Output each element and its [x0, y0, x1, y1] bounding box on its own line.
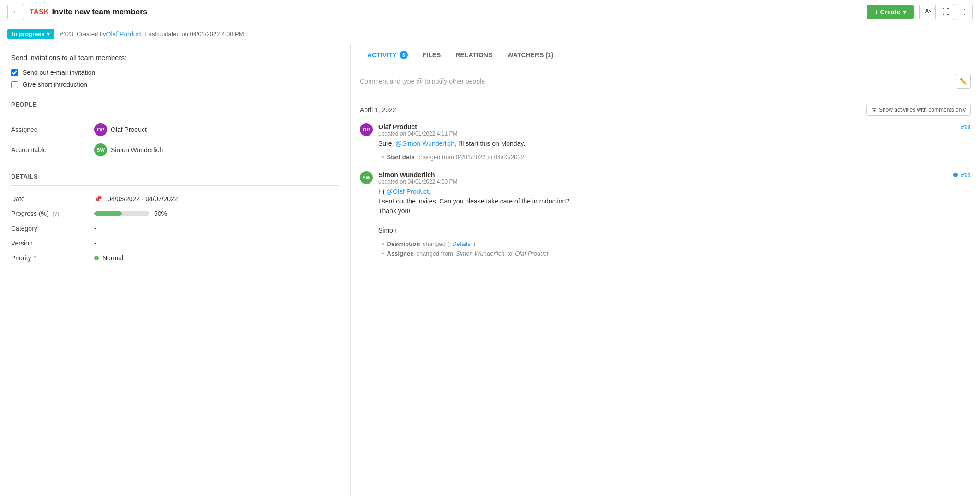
change-link-details[interactable]: Details	[452, 240, 471, 247]
version-label: Version	[11, 239, 94, 247]
activity-content-12: Olaf Product updated on 04/01/2022 4:11 …	[378, 123, 971, 162]
change-field-start-date: Start date	[387, 154, 415, 161]
top-header: ← TASK Invite new team members + Create …	[0, 0, 980, 24]
activity-time-12: updated on 04/01/2022 4:11 PM	[378, 131, 457, 137]
progress-text: 50%	[154, 210, 167, 217]
category-row: Category -	[11, 221, 339, 236]
change-field-description: Description	[387, 240, 420, 247]
date-value: 📌 04/03/2022 - 04/07/2022	[94, 195, 178, 203]
create-button[interactable]: + Create ▾	[867, 5, 914, 19]
change-from-assignee: Simon Wunderlich	[456, 250, 505, 257]
avatar-op-12: OP	[360, 123, 373, 136]
activity-changes-12: Start date changed from 04/01/2022 to 04…	[378, 152, 971, 162]
date-label: Date	[11, 195, 94, 203]
activity-message-12: Sure, @Simon Wunderlich, I'll start this…	[378, 139, 971, 149]
eye-button[interactable]: 👁	[919, 4, 936, 20]
progress-bar-bg	[94, 211, 149, 216]
back-button[interactable]: ←	[7, 4, 24, 20]
progress-value: 50%	[94, 210, 167, 217]
comment-placeholder: Comment and type @ to notify other peopl…	[360, 78, 485, 85]
change-field-assignee: Assignee	[387, 250, 414, 257]
change-description: Description changed ( Details )	[382, 239, 971, 249]
tab-activity-label: ACTIVITY	[367, 51, 397, 59]
date-text: 04/03/2022 - 04/07/2022	[108, 195, 178, 203]
checklist-label-2: Give short introduction	[23, 81, 87, 88]
task-label: TASK	[30, 8, 49, 16]
progress-bar: 50%	[94, 210, 167, 217]
task-title: Invite new team members	[52, 7, 147, 17]
more-icon: ⋮	[961, 7, 968, 16]
comment-area[interactable]: Comment and type @ to notify other peopl…	[351, 66, 980, 96]
comment-icon-button[interactable]: ✏️	[956, 74, 971, 89]
progress-label: Progress (%) (?)	[11, 210, 94, 217]
filter-btn-label: Show activities with comments only	[879, 107, 966, 113]
category-value: -	[94, 225, 96, 232]
expand-button[interactable]: ⛶	[938, 4, 954, 20]
edit-icon: ✏️	[960, 78, 968, 85]
activity-changes-11: Description changed ( Details ) Assignee…	[378, 239, 971, 258]
assignee-row: Assignee OP Olaf Product	[11, 120, 339, 140]
avatar-sw-11: SW	[360, 171, 373, 184]
checklist-item-1: Send out e-mail invitation	[11, 69, 339, 76]
required-asterisk: *	[34, 254, 36, 262]
checklist-checkbox-2[interactable]	[11, 81, 18, 88]
accountable-initials: SW	[96, 147, 105, 153]
tab-watchers-label: WATCHERS (1)	[507, 51, 553, 59]
tab-relations-label: RELATIONS	[455, 51, 492, 59]
tab-files[interactable]: FILES	[415, 44, 448, 66]
mention-olaf: @Olaf Product	[386, 188, 429, 195]
tab-relations[interactable]: RELATIONS	[448, 44, 500, 66]
details-section-title: DETAILS	[11, 173, 339, 180]
priority-label-text: Priority	[11, 254, 31, 262]
date-filter-row: April 1, 2022 ⚗ Show activities with com…	[360, 104, 971, 116]
activity-id-12[interactable]: #12	[961, 124, 971, 131]
activity-author-time-11: Simon Wunderlich updated on 04/01/2022 4…	[378, 171, 457, 185]
activity-id-11[interactable]: #11	[961, 172, 971, 179]
tab-activity[interactable]: ACTIVITY 3	[360, 44, 415, 66]
filter-button[interactable]: ⚗ Show activities with comments only	[866, 104, 971, 116]
change-assignee: Assignee changed from Simon Wunderlich t…	[382, 249, 971, 258]
activity-header-11: Simon Wunderlich updated on 04/01/2022 4…	[378, 171, 971, 185]
priority-text: Normal	[102, 254, 123, 262]
category-label: Category	[11, 225, 94, 232]
eye-icon: 👁	[924, 8, 931, 16]
status-badge[interactable]: In progress ▾	[7, 29, 54, 39]
tab-watchers[interactable]: WATCHERS (1)	[500, 44, 561, 66]
priority-dot	[94, 256, 99, 260]
created-by-prefix: : Created by	[73, 30, 106, 37]
filter-icon: ⚗	[872, 107, 877, 113]
assignee-avatar: OP	[94, 123, 107, 136]
activity-author-11: Simon Wunderlich	[378, 171, 457, 179]
priority-row: Priority * Normal	[11, 251, 339, 265]
status-text: In progress	[12, 30, 45, 37]
pin-icon: 📌	[94, 195, 102, 203]
main-layout: Send invitations to all team members: Se…	[0, 44, 980, 496]
activity-message-11: Hi @Olaf Product, I sent out the invites…	[378, 187, 971, 235]
mention-simon: @Simon Wunderlich	[395, 140, 454, 147]
right-panel: ACTIVITY 3 FILES RELATIONS WATCHERS (1) …	[351, 44, 980, 496]
change-start-date: Start date changed from 04/01/2022 to 04…	[382, 152, 971, 162]
progress-label-text: Progress (%)	[11, 210, 49, 217]
activity-date-label: April 1, 2022	[360, 106, 396, 114]
sub-header: In progress ▾ #123 : Created by Olaf Pro…	[0, 24, 980, 44]
activity-avatar-sw: SW	[360, 171, 373, 258]
checklist-checkbox-1[interactable]	[11, 69, 18, 76]
activity-id-unread-11: #11	[953, 172, 971, 179]
activity-author-time-12: Olaf Product updated on 04/01/2022 4:11 …	[378, 123, 457, 137]
last-updated-text: . Last updated on 04/01/2022 4:08 PM .	[142, 30, 247, 37]
priority-label: Priority *	[11, 254, 94, 262]
checklist-item-2: Give short introduction	[11, 81, 339, 88]
send-invitations-label: Send invitations to all team members:	[11, 54, 339, 61]
assignee-initials: OP	[97, 127, 104, 132]
activity-content-11: Simon Wunderlich updated on 04/01/2022 4…	[378, 171, 971, 258]
assignee-value: OP Olaf Product	[94, 123, 147, 136]
assignee-name: Olaf Product	[111, 126, 147, 133]
activity-item-12: OP Olaf Product updated on 04/01/2022 4:…	[360, 123, 971, 162]
change-to-assignee: Olaf Product	[515, 250, 548, 257]
more-button[interactable]: ⋮	[956, 4, 973, 20]
help-icon: (?)	[53, 211, 60, 217]
expand-icon: ⛶	[942, 8, 950, 16]
accountable-value: SW Simon Wunderlich	[94, 143, 163, 156]
version-value: -	[94, 239, 96, 247]
created-by-link[interactable]: Olaf Product	[106, 30, 142, 38]
